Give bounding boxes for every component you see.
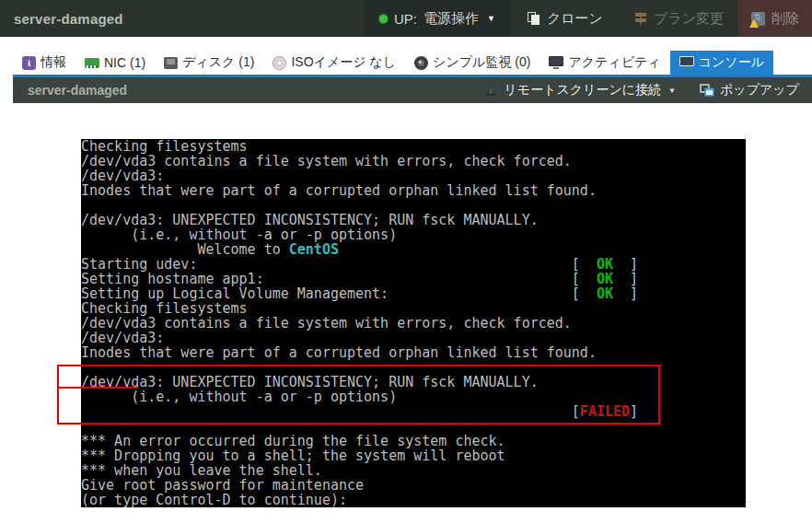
delete-button[interactable]: ⇅ 削除	[738, 0, 812, 37]
header-actions: UP: 電源操作 ▼ クローン プラン変更 ⇅ 削除	[364, 0, 812, 37]
terminal-line: *** An error occurred during the file sy…	[81, 434, 746, 448]
clone-button[interactable]: クローン	[511, 0, 620, 37]
terminal-line: Checking filesystems	[81, 139, 746, 154]
terminal-line: Setting hostname app1: [ OK ]	[81, 272, 746, 286]
popup-label: ポップアップ	[720, 82, 799, 99]
delete-server-warning-icon: ⇅	[751, 12, 765, 26]
tab-activity-label: アクティビティ	[568, 54, 660, 71]
terminal-line: /dev/vda3: UNEXPECTED INCONSISTENCY; RUN…	[81, 375, 746, 389]
terminal-line: Setting up Logical Volume Management: [ …	[81, 286, 746, 301]
console-toolbar-actions: リモートスクリーンに接続 ▼ ポップアップ	[483, 82, 812, 99]
tab-iso-image[interactable]: ISOイメージ なし	[263, 51, 405, 75]
tab-nic[interactable]: NIC (1)	[75, 51, 155, 75]
joystick-icon	[483, 83, 498, 98]
tab-nic-label: NIC (1)	[104, 55, 145, 70]
tab-info[interactable]: i 情報	[13, 51, 75, 75]
delete-label: 削除	[771, 10, 799, 28]
tab-iso-label: ISOイメージ なし	[291, 54, 396, 71]
power-operations-dropdown[interactable]: UP: 電源操作 ▼	[364, 0, 511, 37]
terminal-line: Welcome to CentOS	[81, 242, 746, 257]
popup-button[interactable]: ポップアップ	[700, 82, 799, 99]
terminal-line: Inodes that were part of a corrupted orp…	[81, 345, 746, 360]
terminal-line: [FAILED]	[81, 404, 746, 419]
plan-change-button[interactable]: プラン変更	[620, 0, 738, 37]
terminal-line: (i.e., without -a or -p options)	[81, 389, 746, 404]
terminal-line: /dev/vda3:	[81, 331, 746, 345]
terminal-screen[interactable]: Checking filesystems/dev/vda3 contains a…	[81, 139, 746, 507]
signpost-icon	[634, 11, 647, 26]
info-icon: i	[22, 56, 36, 70]
tab-console[interactable]: コンソール	[670, 51, 773, 75]
tab-console-label: コンソール	[699, 54, 764, 71]
power-operations-label: 電源操作	[423, 10, 479, 28]
terminal-line: Inodes that were part of a corrupted orp…	[81, 183, 746, 198]
terminal-line: *** Dropping you to a shell; the system …	[81, 448, 746, 463]
tab-info-label: 情報	[41, 54, 66, 71]
tab-activity[interactable]: アクティビティ	[539, 51, 669, 75]
terminal-line	[81, 360, 746, 375]
terminal-line: (or type Control-D to continue): _	[81, 493, 746, 507]
terminal-line: /dev/vda3 contains a file system with er…	[81, 154, 746, 169]
terminal-line: Checking filesystems	[81, 301, 746, 316]
terminal-line	[81, 419, 746, 434]
terminal-line: Starting udev: [ OK ]	[81, 257, 746, 272]
activity-monitor-icon	[549, 56, 563, 69]
terminal-line: /dev/vda3 contains a file system with er…	[81, 316, 746, 331]
power-status-label: UP:	[394, 11, 417, 27]
console-monitor-icon	[679, 56, 694, 69]
nic-card-icon	[85, 58, 99, 68]
terminal-line: (i.e., without -a or -p options)	[81, 227, 746, 242]
remote-screen-label: リモートスクリーンに接続	[504, 82, 661, 99]
status-up-dot	[379, 15, 388, 23]
terminal-line: *** when you leave the shell.	[81, 463, 746, 478]
terminal-line: Give root password for maintenance	[81, 478, 746, 493]
server-name-title: server-damaged	[0, 11, 123, 27]
chevron-down-icon: ▼	[487, 14, 495, 23]
server-tab-bar: i 情報 NIC (1) ディスク (1) ISOイメージ なし シンプル監視 …	[13, 51, 812, 77]
remote-screen-connect-button[interactable]: リモートスクリーンに接続 ▼	[483, 82, 676, 99]
tab-disk[interactable]: ディスク (1)	[155, 51, 263, 75]
console-server-name: server-damaged	[13, 83, 127, 98]
camera-monitoring-icon	[414, 56, 428, 70]
terminal-line: /dev/vda3:	[81, 169, 746, 183]
clone-copy-icon	[528, 12, 540, 26]
tab-monitoring-label: シンプル監視 (0)	[433, 54, 530, 71]
terminal-line: /dev/vda3: UNEXPECTED INCONSISTENCY; RUN…	[81, 213, 746, 227]
iso-disc-icon	[273, 56, 286, 70]
clone-label: クローン	[547, 10, 603, 28]
popup-windows-icon	[700, 84, 714, 98]
server-header: server-damaged UP: 電源操作 ▼ クローン プラン変更 ⇅ 削…	[0, 0, 812, 37]
tab-simple-monitoring[interactable]: シンプル監視 (0)	[405, 51, 539, 75]
server-console-page: server-damaged UP: 電源操作 ▼ クローン プラン変更 ⇅ 削…	[0, 0, 812, 523]
disk-icon	[164, 57, 178, 69]
chevron-down-icon: ▼	[668, 87, 676, 95]
terminal-line	[81, 198, 746, 213]
tab-disk-label: ディスク (1)	[182, 54, 254, 71]
plan-change-label: プラン変更	[654, 10, 724, 28]
console-toolbar: server-damaged リモートスクリーンに接続 ▼ ポップアップ	[13, 77, 812, 103]
